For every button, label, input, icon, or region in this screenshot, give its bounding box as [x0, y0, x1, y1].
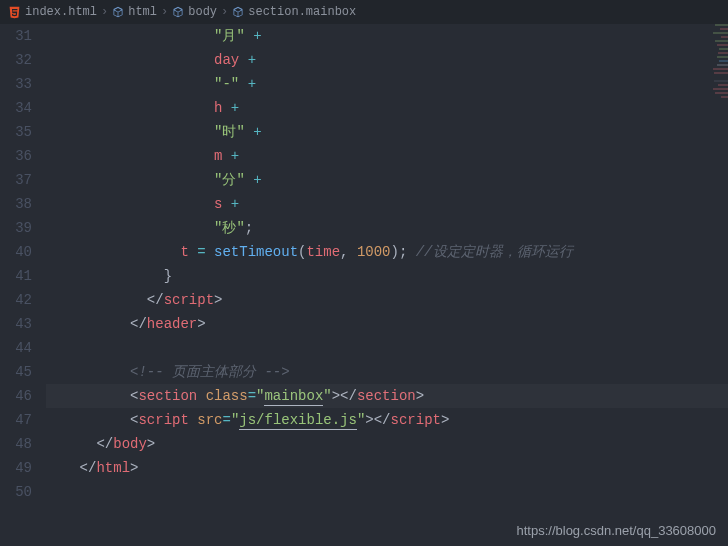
code-line[interactable]: "分" +	[46, 168, 728, 192]
breadcrumb-label: html	[128, 5, 157, 19]
line-number: 36	[0, 144, 32, 168]
code-line[interactable]: <section class="mainbox"></section>	[46, 384, 728, 408]
breadcrumb-item[interactable]: section.mainbox	[232, 5, 356, 19]
breadcrumb: index.html›html›body›section.mainbox	[0, 0, 728, 24]
breadcrumb-label: body	[188, 5, 217, 19]
code-line[interactable]: m +	[46, 144, 728, 168]
line-number: 32	[0, 48, 32, 72]
line-gutter: 3132333435363738394041424344454647484950	[0, 24, 46, 516]
line-number: 41	[0, 264, 32, 288]
code-line[interactable]: </html>	[46, 456, 728, 480]
code-line[interactable]: h +	[46, 96, 728, 120]
code-line[interactable]: <!-- 页面主体部分 -->	[46, 360, 728, 384]
line-number: 34	[0, 96, 32, 120]
code-line[interactable]: </header>	[46, 312, 728, 336]
code-line[interactable]: <script src="js/flexible.js"></script>	[46, 408, 728, 432]
code-line[interactable]: </body>	[46, 432, 728, 456]
code-line[interactable]: "-" +	[46, 72, 728, 96]
code-line[interactable]: "时" +	[46, 120, 728, 144]
line-number: 38	[0, 192, 32, 216]
chevron-right-icon: ›	[161, 5, 168, 19]
line-number: 43	[0, 312, 32, 336]
html5-icon	[8, 6, 21, 19]
line-number: 48	[0, 432, 32, 456]
line-number: 47	[0, 408, 32, 432]
breadcrumb-item[interactable]: index.html	[8, 5, 97, 19]
line-number: 33	[0, 72, 32, 96]
code-line[interactable]: "秒";	[46, 216, 728, 240]
code-line[interactable]: s +	[46, 192, 728, 216]
code-line[interactable]	[46, 336, 728, 360]
code-line[interactable]	[46, 480, 728, 504]
watermark: https://blog.csdn.net/qq_33608000	[517, 523, 717, 538]
cube-icon	[172, 6, 184, 18]
chevron-right-icon: ›	[221, 5, 228, 19]
line-number: 39	[0, 216, 32, 240]
editor[interactable]: 3132333435363738394041424344454647484950…	[0, 24, 728, 516]
line-number: 49	[0, 456, 32, 480]
line-number: 42	[0, 288, 32, 312]
line-number: 45	[0, 360, 32, 384]
breadcrumb-label: index.html	[25, 5, 97, 19]
cube-icon	[112, 6, 124, 18]
code-line[interactable]: t = setTimeout(time, 1000); //设定定时器，循环运行	[46, 240, 728, 264]
code-line[interactable]: "月" +	[46, 24, 728, 48]
line-number: 50	[0, 480, 32, 504]
code-area[interactable]: "月" + day + "-" + h + "时" + m + "分" + s …	[46, 24, 728, 516]
line-number: 35	[0, 120, 32, 144]
line-number: 46	[0, 384, 32, 408]
breadcrumb-item[interactable]: html	[112, 5, 157, 19]
line-number: 31	[0, 24, 32, 48]
breadcrumb-item[interactable]: body	[172, 5, 217, 19]
cube-icon	[232, 6, 244, 18]
code-line[interactable]: day +	[46, 48, 728, 72]
code-line[interactable]: }	[46, 264, 728, 288]
line-number: 37	[0, 168, 32, 192]
chevron-right-icon: ›	[101, 5, 108, 19]
code-line[interactable]: </script>	[46, 288, 728, 312]
line-number: 40	[0, 240, 32, 264]
breadcrumb-label: section.mainbox	[248, 5, 356, 19]
line-number: 44	[0, 336, 32, 360]
